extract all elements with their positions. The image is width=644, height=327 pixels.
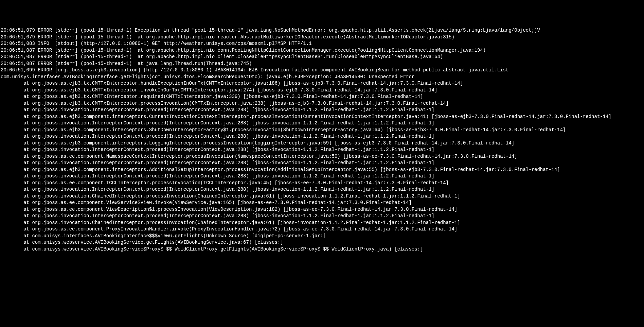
- log-line: 20:06:51,099 ERROR [org.jboss.as.ejb3.in…: [1, 67, 644, 80]
- log-line: at org.jboss.invocation.InterceptorConte…: [1, 173, 644, 180]
- log-line: 20:06:51,087 ERROR [stderr] (pool-15-thr…: [1, 54, 644, 61]
- log-line: 20:06:51,087 ERROR [stderr] (pool-15-thr…: [1, 47, 644, 54]
- log-line: 20:06:51,087 ERROR [stderr] (pool-15-thr…: [1, 61, 644, 67]
- log-line: at org.jboss.as.ejb3.component.intercept…: [1, 140, 644, 147]
- log-line: at com.unisys.webservice.AVIBookingServi…: [1, 246, 644, 253]
- log-line: at org.jboss.as.ejb3.component.intercept…: [1, 127, 644, 134]
- log-line: at org.jboss.invocation.InterceptorConte…: [1, 120, 644, 127]
- log-line: at org.jboss.invocation.InterceptorConte…: [1, 147, 644, 153]
- log-line: at org.jboss.as.ee.component.ViewService…: [1, 200, 644, 206]
- log-line: at org.jboss.as.ejb3.tx.CMTTxInterceptor…: [1, 100, 644, 107]
- log-line: at org.jboss.invocation.InterceptorConte…: [1, 107, 644, 114]
- log-line: at org.jboss.as.ejb3.tx.CMTTxInterceptor…: [1, 93, 644, 100]
- log-line: at org.jboss.invocation.InterceptorConte…: [1, 133, 644, 140]
- log-line: at com.unisys.interfaces.AVIBookingInter…: [1, 233, 644, 240]
- log-line: at org.jboss.as.ee.component.NamespaceCo…: [1, 153, 644, 160]
- log-line: at org.jboss.invocation.ChainedIntercept…: [1, 193, 644, 200]
- log-line: 20:06:51,083 INFO [stdout] (http-/127.0.…: [1, 40, 644, 47]
- log-line: at com.unisys.webservice.AVIBookingServi…: [1, 239, 644, 246]
- log-line: at org.jboss.as.ejb3.component.intercept…: [1, 114, 644, 120]
- log-line: at org.jboss.invocation.ChainedIntercept…: [1, 220, 644, 226]
- log-line: 20:06:51,079 ERROR [stderr] (pool-15-thr…: [1, 34, 644, 41]
- log-line: at org.jboss.invocation.InterceptorConte…: [1, 160, 644, 167]
- log-line: at org.jboss.as.ee.component.ViewDescrip…: [1, 206, 644, 213]
- log-line: at org.jboss.as.ee.component.TCCLInterce…: [1, 180, 644, 187]
- log-line: at org.jboss.as.ejb3.tx.CMTTxInterceptor…: [1, 87, 644, 94]
- log-line: 20:06:51,079 ERROR [stderr] (pool-15-thr…: [1, 27, 644, 34]
- log-line: at org.jboss.as.ee.component.ProxyInvoca…: [1, 226, 644, 233]
- log-line: at org.jboss.as.ejb3.tx.CMTTxInterceptor…: [1, 80, 644, 87]
- log-line: at org.jboss.invocation.InterceptorConte…: [1, 213, 644, 220]
- terminal-log-output[interactable]: 20:06:51,079 ERROR [stderr] (pool-15-thr…: [1, 27, 644, 253]
- log-line: at org.jboss.invocation.InterceptorConte…: [1, 186, 644, 193]
- log-line: at org.jboss.as.ejb3.component.intercept…: [1, 167, 644, 173]
